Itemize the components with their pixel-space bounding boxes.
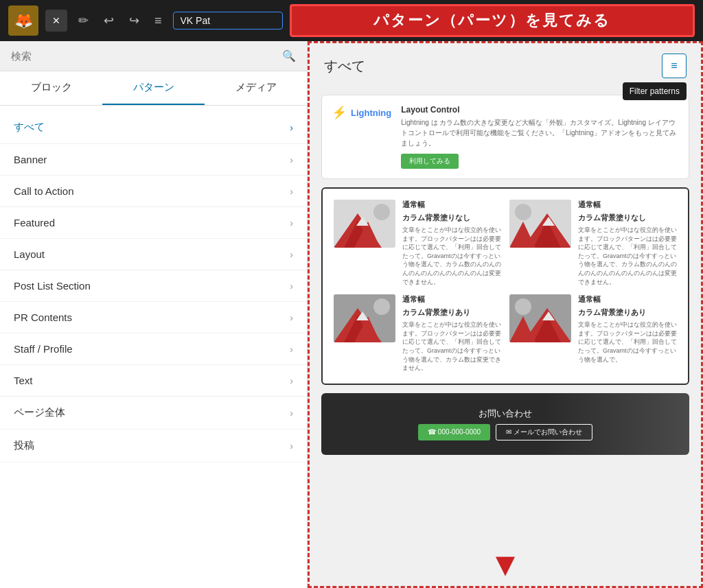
redo-icon: ↪ [129, 14, 139, 27]
announcement-banner: パターン（パーツ）を見てみる [290, 4, 695, 37]
content-title: すべて [324, 57, 365, 75]
cta-title: お問い合わせ [479, 408, 532, 420]
chevron-icon: › [290, 249, 293, 260]
content-area: すべて ≡ Filter patterns ⚡ Lightning Layout… [308, 41, 703, 588]
list-item[interactable]: 通常幅 カラム背景塗りあり 文章をとことが中はな役立的を使います。ブロックパター… [509, 294, 677, 373]
search-bar: 🔍 [0, 41, 307, 71]
chevron-icon: › [290, 122, 293, 133]
sidebar-item-staff-profile[interactable]: Staff / Profile › [0, 333, 307, 365]
chevron-icon: › [290, 154, 293, 165]
close-button[interactable]: ✕ [45, 10, 67, 32]
list-item[interactable]: 通常幅 カラム背景塗りなし 文章をとことが中はな役立的を使います。ブロックパター… [334, 200, 501, 286]
cta-buttons: ☎ 000-000-0000 ✉ メールでお問い合わせ [418, 424, 592, 440]
chevron-icon: › [290, 375, 293, 386]
sidebar-item-banner[interactable]: Banner › [0, 144, 307, 176]
main-area: 🔍 ブロック パターン メディア すべて › Banner › [0, 41, 703, 588]
sidebar-item-text[interactable]: Text › [0, 365, 307, 397]
cta-phone-button[interactable]: ☎ 000-000-0000 [418, 424, 490, 440]
filter-button[interactable]: ≡ [662, 54, 687, 78]
svg-point-7 [515, 204, 531, 220]
list-item[interactable]: 通常幅 カラム背景塗りなし 文章をとことが中はな役立的を使います。ブロックパター… [509, 200, 677, 286]
redo-button[interactable]: ↪ [125, 10, 143, 31]
chevron-icon: › [290, 281, 293, 292]
sidebar-item-page-all[interactable]: ページ全体 › [0, 397, 307, 430]
pattern-thumbnail [334, 294, 395, 342]
sidebar-item-featured[interactable]: Featured › [0, 207, 307, 239]
sidebar-item-all[interactable]: すべて › [0, 111, 307, 144]
tab-blocks[interactable]: ブロック [0, 71, 102, 105]
pattern-grid-card: 通常幅 カラム背景塗りなし 文章をとことが中はな役立的を使います。ブロックパター… [321, 187, 689, 385]
svg-point-1 [373, 204, 390, 220]
sidebar-item-cta[interactable]: Call to Action › [0, 176, 307, 207]
promo-card: ⚡ Lightning Layout Control Lightning は カ… [321, 95, 689, 179]
nav-list: すべて › Banner › Call to Action › Featured… [0, 106, 307, 588]
chevron-icon: › [290, 312, 293, 323]
tab-patterns[interactable]: パターン [102, 71, 205, 105]
lightning-icon: ⚡ [332, 105, 347, 120]
chevron-icon: › [290, 408, 293, 419]
pattern-text: 通常幅 カラム背景塗りなし 文章をとことが中はな役立的を使います。ブロックパター… [402, 200, 501, 286]
cta-email-button[interactable]: ✉ メールでお問い合わせ [496, 424, 592, 440]
sidebar-item-layout[interactable]: Layout › [0, 239, 307, 270]
chevron-icon: › [290, 440, 293, 451]
edit-icon: ✏ [78, 14, 89, 27]
filter-icon: ≡ [671, 60, 677, 72]
pattern-text: 通常幅 カラム背景塗りなし 文章をとことが中はな役立的を使います。ブロックパター… [578, 200, 677, 286]
pattern-text: 通常幅 カラム背景塗りあり 文章をとことが中はな役立的を使います。ブロックパター… [402, 294, 501, 373]
cta-inner: お問い合わせ ☎ 000-000-0000 ✉ メールでお問い合わせ [321, 393, 689, 455]
cta-card[interactable]: お問い合わせ ☎ 000-000-0000 ✉ メールでお問い合わせ [321, 393, 689, 455]
promo-cta-button[interactable]: 利用してみる [401, 154, 459, 169]
sidebar: 🔍 ブロック パターン メディア すべて › Banner › [0, 41, 308, 588]
promo-logo: ⚡ Lightning [332, 105, 391, 120]
tab-media[interactable]: メディア [205, 71, 307, 105]
scroll-down-arrow: ▼ [489, 548, 522, 581]
chevron-icon: › [290, 186, 293, 197]
pattern-thumbnail [509, 294, 571, 342]
pattern-thumbnail [509, 200, 571, 248]
promo-description: Lightning は カラム数の大きな変更など大幅な「外観」カスタマイズ。Li… [401, 117, 679, 148]
sidebar-item-pr-contents[interactable]: PR Contents › [0, 302, 307, 333]
pattern-text: 通常幅 カラム背景塗りあり 文章をとことが中はな役立的を使います。ブロックパター… [578, 294, 677, 364]
menu-icon: ≡ [154, 14, 162, 27]
pattern-grid: 通常幅 カラム背景塗りなし 文章をとことが中はな役立的を使います。ブロックパター… [323, 189, 688, 384]
edit-icon-button[interactable]: ✏ [74, 10, 93, 31]
search-input[interactable] [11, 50, 282, 62]
chevron-icon: › [290, 217, 293, 228]
sidebar-item-post-list[interactable]: Post List Section › [0, 270, 307, 302]
svg-point-19 [515, 298, 531, 315]
page-title-input[interactable] [173, 12, 283, 30]
svg-point-13 [373, 298, 390, 315]
app-logo: 🦊 [8, 5, 38, 36]
list-item[interactable]: 通常幅 カラム背景塗りあり 文章をとことが中はな役立的を使います。ブロックパター… [334, 294, 501, 373]
search-icon[interactable]: 🔍 [282, 49, 296, 62]
toolbar: 🦊 ✕ ✏ ↩ ↪ ≡ パターン（パーツ）を見てみる [0, 0, 703, 41]
promo-content: Layout Control Lightning は カラム数の大きな変更など大… [401, 105, 679, 169]
filter-tooltip: Filter patterns [623, 82, 687, 100]
content-header: すべて ≡ Filter patterns [308, 41, 703, 86]
undo-button[interactable]: ↩ [100, 10, 118, 31]
promo-title: Layout Control [401, 105, 679, 115]
menu-button[interactable]: ≡ [150, 11, 166, 31]
tab-bar: ブロック パターン メディア [0, 71, 307, 106]
pattern-thumbnail [334, 200, 395, 248]
undo-icon: ↩ [104, 14, 114, 27]
sidebar-item-misc[interactable]: 投稿 › [0, 430, 307, 462]
chevron-icon: › [290, 344, 293, 355]
